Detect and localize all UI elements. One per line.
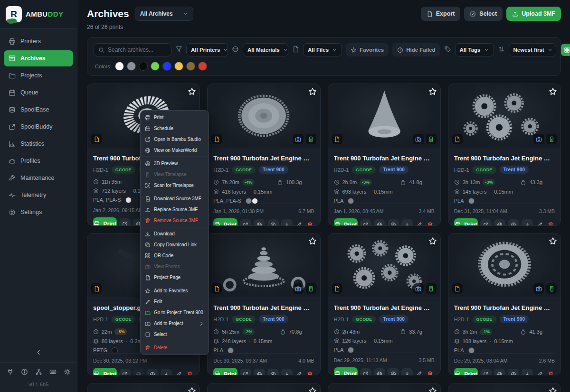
edit-button[interactable]	[535, 369, 544, 376]
color-filter-3[interactable]	[151, 62, 159, 70]
sidebar-item-profiles[interactable]: Profiles	[4, 153, 73, 169]
open-external-button[interactable]	[119, 218, 131, 226]
archive-card[interactable]: Trent 900 Turbofan Jet Engine Model H2D-…	[207, 84, 320, 226]
menu-item-replace-source-3mf[interactable]: Replace Source 3MF	[141, 204, 209, 215]
makerworld-button[interactable]	[494, 219, 505, 226]
menu-item-delete[interactable]: Delete	[141, 342, 209, 353]
favorite-star-button[interactable]	[188, 387, 196, 392]
tags-filter-select[interactable]: All Tags	[455, 43, 494, 56]
sidebar-item-telemetry[interactable]: Telemetry	[4, 187, 73, 203]
archive-card[interactable]: Trent 900 Turbofan Jet Engine Model H2D-…	[207, 233, 320, 375]
sort-select[interactable]: Newest first	[509, 43, 556, 56]
sidebar-item-spoolbuddy[interactable]: SpoolBuddy	[4, 119, 73, 135]
sidebar-info-button[interactable]	[21, 368, 28, 377]
model-thumbnail[interactable]	[328, 383, 440, 392]
delete-button[interactable]	[426, 219, 435, 226]
delete-button[interactable]	[306, 369, 314, 376]
delete-button[interactable]	[185, 369, 194, 376]
menu-item-add-to-project[interactable]: Add to Project	[141, 318, 209, 329]
sidebar-sun-button[interactable]	[64, 368, 71, 377]
print-button[interactable]: Print	[334, 367, 358, 375]
makerworld-button[interactable]	[254, 369, 265, 376]
archive-card-partial[interactable]	[328, 383, 441, 392]
menu-item-select[interactable]: Select	[141, 329, 209, 340]
favorite-star-button[interactable]	[308, 387, 317, 392]
sidebar-item-printers[interactable]: Printers	[4, 33, 73, 49]
download-button[interactable]	[401, 368, 413, 376]
edit-button[interactable]	[535, 219, 544, 226]
menu-item-go-to-project-trent-900[interactable]: Go to Project: Trent 900	[141, 307, 209, 318]
archive-card-partial[interactable]	[207, 383, 320, 392]
favorite-star-button[interactable]	[308, 87, 317, 96]
open-external-button[interactable]	[240, 219, 251, 226]
makerworld-button[interactable]	[494, 369, 505, 376]
open-external-button[interactable]	[480, 369, 492, 376]
model-thumbnail[interactable]	[208, 84, 320, 148]
edit-button[interactable]	[415, 368, 424, 376]
archive-card[interactable]: Trent 900 Turbofan Jet Engine Model H2D-…	[448, 233, 561, 375]
menu-item-remove-source-3mf[interactable]: Remove Source 3MF	[141, 215, 209, 226]
edit-button[interactable]	[295, 219, 304, 226]
print-button[interactable]: Print	[93, 368, 117, 375]
model-thumbnail[interactable]	[448, 383, 560, 392]
favorite-star-button[interactable]	[549, 87, 557, 96]
grid-view-button[interactable]	[561, 44, 570, 56]
favorite-star-button[interactable]	[428, 87, 437, 96]
sidebar-plug-button[interactable]	[7, 368, 14, 377]
edit-button[interactable]	[295, 369, 304, 376]
preview-3d-button[interactable]	[388, 368, 399, 376]
print-button[interactable]: Print	[93, 217, 117, 226]
print-button[interactable]: Print	[454, 368, 478, 375]
menu-item-open-in-bambu-studio[interactable]: Open in Bambu Studio	[141, 134, 209, 145]
download-button[interactable]	[281, 219, 293, 226]
favorite-star-button[interactable]	[188, 87, 196, 96]
sidebar-keyboard-button[interactable]	[49, 368, 57, 377]
menu-item-copy-download-link[interactable]: Copy Download Link	[141, 239, 209, 250]
print-button[interactable]: Print	[213, 218, 237, 226]
sidebar-item-spoolease[interactable]: SpoolEase	[4, 102, 73, 118]
delete-button[interactable]	[306, 219, 314, 226]
menu-item-qr-code[interactable]: QR Code	[141, 250, 209, 261]
color-filter-6[interactable]	[187, 62, 195, 70]
menu-item-download-source-3mf[interactable]: Download Source 3MF	[141, 193, 209, 204]
archive-card-partial[interactable]	[87, 383, 200, 392]
color-filter-0[interactable]	[115, 62, 124, 70]
sidebar-item-archives[interactable]: Archives	[4, 50, 73, 66]
model-thumbnail[interactable]	[328, 233, 440, 297]
export-button[interactable]: Export	[421, 7, 461, 21]
delete-button[interactable]	[546, 219, 555, 226]
search-input[interactable]	[108, 47, 167, 53]
makerworld-button[interactable]	[254, 219, 265, 226]
favorite-star-button[interactable]	[428, 387, 437, 392]
menu-item-view-on-makerworld[interactable]: View on MakerWorld	[141, 145, 209, 156]
print-button[interactable]: Print	[454, 218, 478, 226]
menu-item-print[interactable]: Print	[141, 112, 209, 123]
favorite-star-button[interactable]	[428, 237, 437, 245]
makerworld-button[interactable]	[374, 219, 385, 226]
delete-button[interactable]	[546, 369, 555, 376]
archive-card[interactable]: Trent 900 Turbofan Jet Engine Model H2D-…	[448, 84, 561, 226]
menu-item-project-page[interactable]: Project Page	[141, 272, 209, 283]
menu-item-scan-for-timelapse[interactable]: Scan for Timelapse	[141, 180, 209, 191]
preview-3d-button[interactable]	[388, 219, 399, 226]
open-external-button[interactable]	[480, 219, 492, 226]
upload-3mf-button[interactable]: Upload 3MF	[506, 7, 561, 21]
open-external-button[interactable]	[360, 368, 371, 376]
archive-card[interactable]: Trent 900 Turbofan Jet Engine Model H2D-…	[328, 233, 441, 375]
files-filter-select[interactable]: All Files	[303, 43, 342, 56]
makerworld-button[interactable]	[374, 368, 385, 376]
color-filter-7[interactable]	[199, 62, 207, 70]
model-thumbnail[interactable]	[328, 84, 440, 148]
open-external-button[interactable]	[240, 369, 251, 376]
favorites-filter-button[interactable]: Favorites	[346, 43, 389, 56]
sidebar-item-queue[interactable]: Queue	[4, 84, 73, 101]
collapse-sidebar-button[interactable]	[35, 349, 42, 357]
preview-3d-button[interactable]	[267, 369, 279, 376]
color-filter-1[interactable]	[127, 62, 135, 70]
download-button[interactable]	[401, 219, 413, 226]
print-button[interactable]: Print	[334, 218, 358, 226]
menu-item-add-to-favorites[interactable]: Add to Favorites	[141, 285, 209, 296]
favorite-star-button[interactable]	[549, 237, 557, 245]
open-external-button[interactable]	[360, 219, 371, 226]
sidebar-fork-button[interactable]	[35, 368, 42, 377]
